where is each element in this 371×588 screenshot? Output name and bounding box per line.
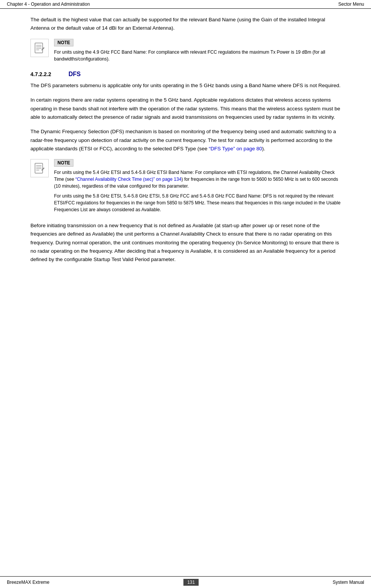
page-number: 131 [183,579,199,586]
note-content-2: NOTE For units using the 5.4 GHz ETSI an… [54,159,341,213]
section-4722-heading: 4.7.2.2.2 DFS [30,71,341,78]
note-label-1: NOTE [54,39,73,46]
page-header: Chapter 4 - Operation and Administration… [0,0,371,9]
footer-manual: System Manual [333,580,364,585]
intro-paragraph: The default is the highest value that ca… [30,16,341,32]
note-content-1: NOTE For units using the 4.9 GHz FCC Ban… [54,39,341,62]
dfs-para3-after: ). [262,146,265,151]
note-text-2a: For units using the 5.4 GHz ETSI and 5.4… [54,169,341,190]
dfs-type-link[interactable]: “DFS Type” on page 80 [209,146,262,151]
channel-avail-link[interactable]: “Channel Availability Check Time (sec)” … [75,177,182,182]
note-icon-1 [30,39,49,57]
header-section-title: Sector Menu [338,2,364,7]
svg-rect-7 [35,163,43,173]
note-pencil-icon-1 [33,42,46,54]
section-title-dfs: DFS [68,71,81,78]
dfs-paragraph-1: The DFS parameters submenu is applicable… [30,81,341,90]
dfs-para3-before: The Dynamic Frequency Selection (DFS) me… [30,129,336,151]
dfs-paragraph-3: The Dynamic Frequency Selection (DFS) me… [30,127,341,153]
note-pencil-icon-2 [33,162,46,174]
section-number-4722: 4.7.2.2.2 [30,71,68,77]
note-icon-2 [30,159,49,177]
note-box-1: NOTE For units using the 4.9 GHz FCC Ban… [30,39,341,62]
page-content: The default is the highest value that ca… [0,9,371,293]
note-text-2b: For units using the 5.8 GHz ETSI, 5.4-5.… [54,193,341,213]
dfs-paragraph-4: Before initiating transmission on a new … [30,221,341,264]
dfs-paragraph-2: In certain regions there are radar syste… [30,96,341,121]
footer-brand: BreezeMAX Extreme [7,580,49,585]
note-text-1: For units using the 4.9 GHz FCC Band Nam… [54,49,341,62]
chapter-title: Chapter 4 - Operation and Administration [7,2,90,7]
page-footer: BreezeMAX Extreme 131 System Manual [0,576,371,588]
note-label-2: NOTE [54,159,73,167]
svg-rect-0 [35,43,43,53]
note-box-2: NOTE For units using the 5.4 GHz ETSI an… [30,159,341,213]
